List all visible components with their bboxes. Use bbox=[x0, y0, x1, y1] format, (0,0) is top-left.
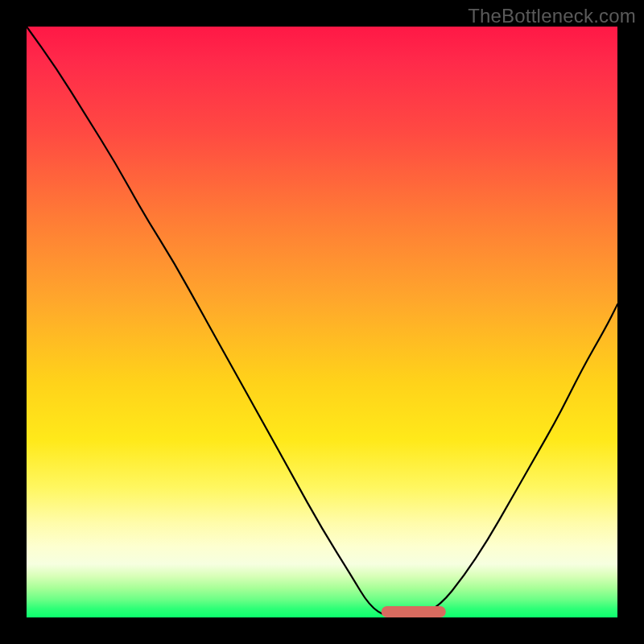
watermark-text: TheBottleneck.com bbox=[468, 5, 636, 27]
chart-frame: TheBottleneck.com bbox=[0, 0, 644, 644]
bottleneck-curve bbox=[27, 27, 617, 617]
plot-area bbox=[27, 27, 617, 617]
curve-svg bbox=[27, 27, 617, 617]
